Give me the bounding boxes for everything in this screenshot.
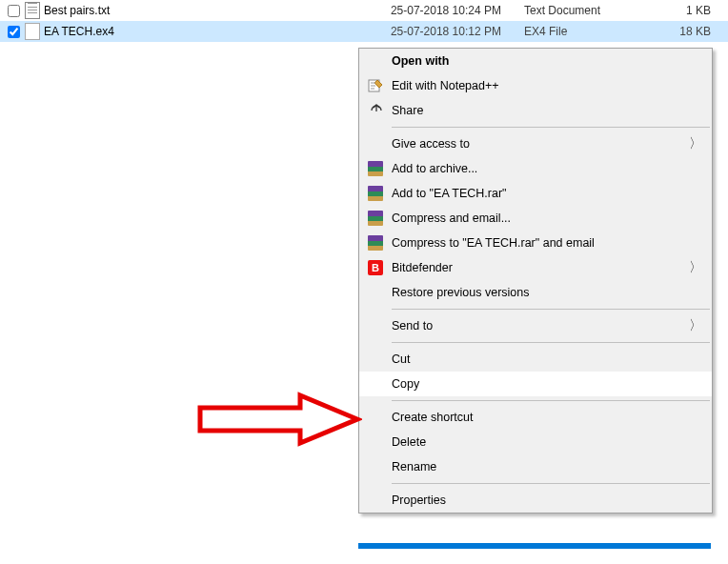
menu-bitdefender[interactable]: B Bitdefender 〉 (359, 255, 712, 280)
winrar-icon (367, 210, 384, 227)
menu-label: Copy (392, 377, 419, 391)
winrar-icon (367, 185, 384, 202)
file-select-checkbox[interactable] (8, 5, 20, 17)
winrar-icon (367, 160, 384, 177)
menu-label: Compress to "EA TECH.rar" and email (392, 236, 595, 250)
menu-add-to-archive[interactable]: Add to archive... (359, 156, 712, 181)
menu-open-with[interactable]: Open with (359, 49, 712, 73)
menu-label: Rename (392, 460, 436, 473)
selection-bar (358, 543, 711, 549)
menu-share[interactable]: Share (359, 98, 712, 123)
bitdefender-icon: B (367, 259, 384, 276)
menu-label: Add to "EA TECH.rar" (392, 187, 507, 200)
menu-label: Give access to (392, 137, 470, 151)
menu-label: Cut (392, 352, 410, 366)
annotation-arrow-icon (195, 391, 362, 448)
menu-label: Restore previous versions (392, 286, 530, 299)
file-row[interactable]: Best pairs.txt 25-07-2018 10:24 PM Text … (0, 0, 728, 21)
notepadpp-icon (367, 77, 384, 94)
menu-properties[interactable]: Properties (359, 488, 712, 513)
text-file-icon (25, 2, 40, 19)
menu-label: Add to archive... (392, 162, 477, 175)
menu-copy[interactable]: Copy (359, 372, 712, 396)
menu-separator (392, 127, 710, 128)
submenu-arrow-icon: 〉 (689, 317, 702, 334)
menu-separator (392, 342, 710, 343)
menu-cut[interactable]: Cut (359, 347, 712, 372)
menu-compress-rar-email[interactable]: Compress to "EA TECH.rar" and email (359, 231, 712, 255)
menu-edit-notepadpp[interactable]: Edit with Notepad++ (359, 73, 712, 98)
file-type: Text Document (524, 4, 657, 17)
menu-separator (392, 309, 710, 310)
menu-create-shortcut[interactable]: Create shortcut (359, 405, 712, 430)
menu-label: Send to (392, 319, 433, 332)
menu-restore-versions[interactable]: Restore previous versions (359, 280, 712, 305)
menu-add-to-rar[interactable]: Add to "EA TECH.rar" (359, 181, 712, 206)
share-icon (367, 102, 384, 119)
winrar-icon (367, 234, 384, 252)
file-type: EX4 File (524, 25, 657, 38)
submenu-arrow-icon: 〉 (689, 135, 702, 152)
menu-separator (392, 483, 710, 484)
menu-delete[interactable]: Delete (359, 430, 712, 454)
file-name: EA TECH.ex4 (42, 25, 330, 38)
file-name: Best pairs.txt (42, 4, 330, 17)
menu-label: Edit with Notepad++ (392, 79, 499, 92)
menu-compress-email[interactable]: Compress and email... (359, 206, 712, 231)
file-date: 25-07-2018 10:12 PM (330, 25, 524, 38)
menu-label: Delete (392, 435, 426, 449)
file-date: 25-07-2018 10:24 PM (330, 4, 524, 17)
menu-give-access-to[interactable]: Give access to 〉 (359, 131, 712, 156)
file-list: Best pairs.txt 25-07-2018 10:24 PM Text … (0, 0, 728, 42)
file-select-checkbox[interactable] (8, 26, 20, 38)
submenu-arrow-icon: 〉 (689, 259, 702, 276)
menu-label: Properties (392, 494, 446, 507)
context-menu: Open with Edit with Notepad++ Share Give… (358, 48, 713, 514)
menu-separator (392, 400, 710, 401)
menu-send-to[interactable]: Send to 〉 (359, 313, 712, 338)
file-size: 18 KB (657, 25, 724, 38)
menu-label: Create shortcut (392, 411, 473, 424)
menu-label: Bitdefender (392, 261, 453, 274)
menu-rename[interactable]: Rename (359, 454, 712, 479)
menu-label: Share (392, 104, 423, 117)
generic-file-icon (25, 23, 40, 40)
menu-label: Compress and email... (392, 212, 511, 225)
file-size: 1 KB (657, 4, 724, 17)
file-row[interactable]: EA TECH.ex4 25-07-2018 10:12 PM EX4 File… (0, 21, 728, 42)
menu-label: Open with (392, 54, 449, 68)
